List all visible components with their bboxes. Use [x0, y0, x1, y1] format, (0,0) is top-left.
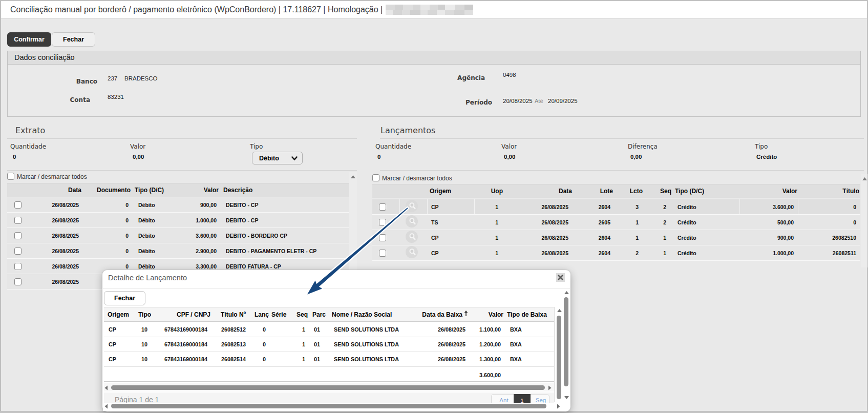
detalhe-table-row[interactable]: CP 10 67843169000184 26082513 0 1 01 SEN… [104, 337, 554, 352]
lancamentos-valor-label: Valor [501, 143, 517, 150]
extrato-tipo-selected-value: Débito [259, 155, 279, 162]
detalhe-table-row[interactable]: CP 10 67843169000184 26082512 0 1 01 SEN… [104, 322, 554, 337]
extrato-cell-valor: 2.900,00 [7, 248, 217, 254]
extrato-marcar-checkbox[interactable] [7, 173, 14, 180]
dados-conciliacao-title: Dados conciliação [14, 53, 75, 61]
extrato-header-valor[interactable]: Valor [7, 187, 219, 194]
periodo-fim-value: 20/09/2025 [548, 98, 578, 104]
screen: Conciliação manual por borderô / pagamen… [0, 0, 868, 413]
lancamentos-rule-bottom [380, 170, 864, 171]
lancamentos-scroll-track [861, 174, 867, 267]
agencia-label: Agência [0, 74, 485, 81]
periodo-inicio-value: 20/08/2025 [503, 98, 533, 104]
detalhe-grid-right-border [554, 307, 555, 402]
extrato-quantidade-label: Quantidade [10, 143, 46, 150]
detalhe-total-row: 3.600,00 [104, 368, 554, 382]
extrato-tipo-select[interactable]: Débito [252, 152, 303, 164]
extrato-marcar-label: Marcar / desmarcar todos [17, 173, 87, 180]
detalhe-cell-valor: 1.100,00 [104, 326, 501, 333]
modal-fechar-button[interactable]: Fechar [104, 291, 145, 305]
detalhe-bottom-hscroll-left-icon[interactable] [104, 404, 108, 409]
lancamentos-scroll-up-icon[interactable] [862, 177, 867, 180]
extrato-valor-label: Valor [130, 143, 145, 150]
frame-left-border [0, 0, 1, 413]
periodo-label: Período [0, 99, 492, 106]
lancamentos-cell-titulo: 26082510 [372, 235, 856, 241]
extrato-cell-descricao: DEBITO - PAGAMENTO ELETR - CP [226, 248, 316, 254]
lancamentos-diferenca-value: 0,00 [630, 154, 642, 160]
lancamentos-cell-titulo: 26082511 [372, 250, 856, 256]
close-button[interactable] [556, 273, 565, 282]
lancamentos-cell-titulo: 0 [372, 204, 856, 210]
lancamentos-tipo-value: Crédito [756, 154, 777, 160]
detalhe-bottom-hscroll-right-icon[interactable] [557, 404, 560, 409]
detalhe-bottom-hscroll-thumb[interactable] [111, 404, 546, 408]
lancamentos-diferenca-label: Diferença [628, 143, 658, 150]
detalhe-table-row[interactable]: CP 10 67843169000184 26082514 0 1 01 SEN… [104, 352, 554, 367]
detalhe-modal-title-rule [103, 288, 570, 288]
detalhe-total-valor: 3.600,00 [104, 372, 501, 378]
lancamentos-table-row[interactable]: CP 1 26/08/2025 2604 2 1 Crédito 1.000,0… [372, 245, 860, 261]
extrato-cell-descricao: DEBITO - CP [226, 202, 258, 208]
detalhe-modal-title: Detalhe de Lançamento [108, 274, 187, 282]
detalhe-cell-tbaixa: BXA [510, 341, 522, 347]
lancamentos-table-header: Origem Uop Data Lote Lcto Seq Tipo (D/C)… [372, 184, 860, 198]
extrato-cell-valor: 3.600,00 [7, 233, 217, 239]
extrato-cell-valor: 1.000,00 [7, 217, 217, 223]
lancamentos-marcar-checkbox[interactable] [372, 174, 379, 181]
lancamentos-quantidade-value: 0 [377, 154, 380, 160]
detalhe-pager-strip [104, 393, 554, 403]
lancamentos-table-row[interactable]: CP 1 26/08/2025 2604 3 2 Crédito 3.600,0… [372, 199, 860, 215]
fechar-button[interactable]: Fechar [52, 32, 95, 47]
lancamentos-section-title: Lançamentos [380, 126, 435, 135]
detalhe-cell-valor: 1.200,00 [104, 341, 501, 347]
extrato-tipo-label: Tipo [250, 143, 263, 150]
lancamentos-tipo-label: Tipo [755, 143, 768, 150]
extrato-cell-descricao: DEBITO - CP [226, 217, 258, 223]
lancamentos-table-row[interactable]: TS 1 26/08/2025 2605 1 2 Crédito 500,00 … [372, 215, 860, 230]
detalhe-cell-tbaixa: BXA [510, 326, 522, 333]
modal-vscroll-down-icon[interactable] [564, 396, 569, 399]
dados-conciliacao-header [7, 51, 861, 65]
extrato-cell-descricao: DEBITO FATURA - CP [226, 263, 281, 270]
extrato-table-row[interactable]: 26/08/2025 0 Débito 3.600,00 DEBITO - BO… [7, 228, 349, 243]
detalhe-vscroll-thumb[interactable] [557, 316, 561, 399]
lancamentos-valor-value: 0,00 [504, 154, 515, 160]
lancamentos-cell-titulo: 0 [372, 219, 856, 225]
extrato-table-row[interactable]: 26/08/2025 0 Débito 1.000,00 DEBITO - CP [7, 213, 349, 228]
extrato-cell-valor: 3.300,00 [7, 263, 217, 270]
detalhe-cell-valor: 1.300,00 [104, 356, 501, 362]
extrato-cell-descricao: DEBITO - BORDERO CP [226, 233, 287, 239]
extrato-cell-valor: 900,00 [7, 202, 217, 208]
modal-vscroll-thumb[interactable] [564, 297, 568, 386]
confirmar-button[interactable]: Confirmar [7, 32, 51, 47]
lancamentos-quantidade-label: Quantidade [375, 143, 411, 150]
redacted-user-info [386, 5, 473, 15]
detalhe-hscroll-right-icon[interactable] [548, 385, 552, 390]
lancamentos-table-row[interactable]: CP 1 26/08/2025 2604 1 1 Crédito 900,00 … [372, 230, 860, 245]
extrato-table-row[interactable]: 26/08/2025 0 Débito 900,00 DEBITO - CP [7, 197, 349, 213]
extrato-header-descricao[interactable]: Descrição [223, 187, 252, 194]
page-title: Conciliação manual por borderô / pagamen… [10, 5, 383, 14]
detalhe-vscroll-up-icon[interactable] [557, 309, 562, 312]
detalhe-table-header: Origem Tipo CPF / CNPJ Título Nº Lanç Sé… [104, 307, 554, 322]
lancamentos-marcar-label: Marcar / desmarcar todos [382, 175, 452, 182]
periodo-ate-label: Até [535, 98, 543, 104]
extrato-quantidade-value: 0 [13, 154, 16, 160]
detalhe-cell-tbaixa: BXA [510, 356, 522, 362]
detalhe-hscroll-left-icon[interactable] [104, 385, 108, 390]
lancamentos-rule-top [380, 138, 864, 139]
extrato-table-row[interactable]: 26/08/2025 0 Débito 2.900,00 DEBITO - PA… [7, 243, 349, 259]
extrato-rule-bottom [7, 170, 357, 171]
detalhe-header-tbaixa[interactable]: Tipo de Baixa [507, 311, 547, 318]
detalhe-hscroll-thumb[interactable] [111, 385, 545, 390]
modal-vscroll-up-icon[interactable] [564, 291, 569, 294]
lancamentos-table-body: CP 1 26/08/2025 2604 3 2 Crédito 3.600,0… [372, 199, 860, 261]
extrato-table-header: Data Documento Tipo (D/C) Valor Descriçã… [7, 183, 349, 197]
detalhe-header-valor[interactable]: Valor [104, 311, 503, 318]
detalhe-table-body: CP 10 67843169000184 26082512 0 1 01 SEN… [104, 322, 554, 367]
close-icon [558, 275, 563, 280]
extrato-scroll-up-icon[interactable] [351, 175, 355, 178]
extrato-rule-top [7, 138, 357, 139]
lancamentos-header-titulo[interactable]: Título [372, 188, 859, 195]
